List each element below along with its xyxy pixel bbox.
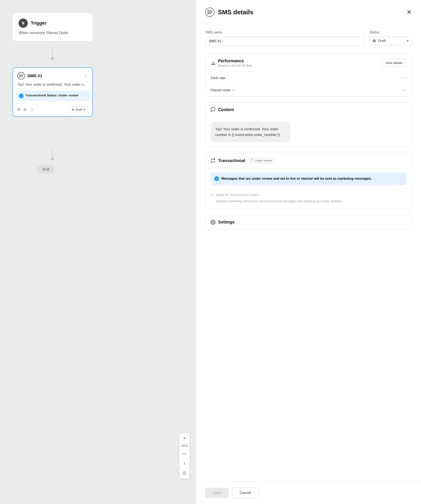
panel-chat-icon — [207, 10, 212, 15]
content-chat-icon — [210, 107, 216, 112]
draft-status-dot — [72, 108, 74, 111]
email-icon: ✉ — [17, 107, 20, 112]
under-review-badge: Under review — [248, 158, 275, 163]
under-review-label: Under review — [255, 159, 272, 162]
sms-name-label: SMS name — [205, 30, 365, 34]
svg-point-1 — [20, 75, 21, 76]
panel-footer: Save Cancel — [196, 481, 421, 504]
draft-chevron-icon: ▾ — [84, 108, 85, 112]
info-icon-small: i — [19, 94, 24, 98]
info-icon-large: i — [214, 176, 219, 181]
zoom-percent-display: 100% — [179, 443, 189, 449]
svg-point-3 — [210, 12, 210, 12]
status-chevron-icon: ▾ — [407, 39, 409, 43]
sms-node-title: SMS #1 — [27, 73, 42, 78]
moon-icon: ☽ — [30, 107, 33, 112]
svg-point-0 — [21, 75, 21, 76]
spinner-icon — [251, 159, 253, 162]
transactional-status-text: Transactional Status: Under review — [26, 93, 78, 97]
connector-dot-2 — [51, 158, 54, 160]
settings-title: Settings — [218, 220, 235, 225]
transactional-icon — [210, 158, 216, 163]
chat-icon — [19, 74, 23, 78]
trigger-title: Trigger — [31, 20, 47, 26]
apply-checkbox-icon: ✓ — [210, 192, 214, 197]
status-value: Draft — [378, 39, 386, 43]
attachment-icon: ⊘ — [23, 107, 27, 112]
trigger-subtitle: When someone Placed Order — [18, 31, 87, 35]
status-dropdown[interactable]: Draft ▾ — [370, 36, 412, 45]
sms-draft-badge[interactable]: Draft ▾ — [69, 106, 88, 113]
performance-subtitle: Based on the last 30 days — [218, 64, 252, 67]
click-rate-label: Click rate — [210, 76, 225, 80]
draft-label: Draft — [75, 108, 82, 111]
placed-order-row: Placed order ✏ — — [205, 84, 412, 96]
canvas-area: Trigger When someone Placed Order SMS #1… — [0, 0, 196, 504]
sms-node[interactable]: SMS #1 ⋮ Yay! Your order is confirmed. Y… — [13, 67, 93, 117]
svg-point-5 — [210, 12, 211, 12]
cancel-button[interactable]: Cancel — [232, 488, 259, 498]
apply-transactional-section: ✓ Apply for transactional status. Bypass… — [205, 189, 412, 209]
performance-title: Performance — [218, 59, 252, 63]
panel-title: SMS details — [218, 9, 253, 16]
connector-dot-1 — [51, 57, 54, 60]
bolt-icon — [21, 21, 25, 25]
settings-gear-icon — [210, 220, 216, 225]
sms-node-menu-button[interactable]: ⋮ — [83, 73, 88, 78]
transactional-info-text: Messages that are under review and set t… — [222, 176, 372, 181]
chart-icon — [210, 60, 216, 66]
sms-node-footer-icons: ✉ ⊘ ☽ — [17, 107, 33, 112]
svg-point-4 — [209, 12, 209, 12]
zoom-grid-button[interactable]: ⠿ — [179, 469, 189, 479]
trigger-node: Trigger When someone Placed Order — [13, 13, 93, 41]
sms-transactional-banner: i Transactional Status: Under review — [16, 90, 89, 101]
transactional-info-banner: i Messages that are under review and set… — [210, 172, 406, 185]
sms-node-icon — [17, 72, 25, 79]
performance-header: Performance Based on the last 30 days Vi… — [205, 54, 412, 72]
svg-point-2 — [22, 75, 22, 76]
sms-details-panel: SMS details ✕ SMS name Status Draft ▾ — [196, 0, 421, 504]
connector-line-1 — [52, 46, 53, 59]
placed-order-label-group: Placed order ✏ — [210, 88, 235, 92]
pencil-icon: ✏ — [232, 88, 235, 92]
content-title: Content — [218, 107, 234, 112]
zoom-in-button[interactable]: + — [179, 433, 189, 443]
save-button: Save — [205, 488, 229, 498]
content-body: Yay! Your order is confirmed. Your order… — [205, 117, 412, 147]
trigger-icon — [18, 18, 28, 28]
apply-transactional-label: Apply for transactional status. — [216, 193, 260, 197]
content-card: Content Yay! Your order is confirmed. Yo… — [205, 102, 412, 147]
apply-transactional-description: Bypass marketing consent for non-promoti… — [210, 199, 406, 204]
zoom-controls: + 100% — ↑ ⠿ — [179, 433, 189, 479]
svg-point-10 — [212, 222, 214, 223]
transactional-header: Transactional Under review — [205, 153, 412, 168]
settings-header: Settings — [205, 215, 412, 229]
status-label: Status — [370, 30, 412, 34]
transactional-card: Transactional Under review i Messages th… — [205, 153, 412, 209]
zoom-fit-button[interactable]: ↑ — [179, 459, 189, 469]
form-row: SMS name Status Draft ▾ — [205, 30, 412, 46]
zoom-out-button[interactable]: — — [179, 449, 189, 459]
end-node: End — [37, 165, 55, 174]
settings-card: Settings — [205, 215, 412, 230]
message-bubble: Yay! Your order is confirmed. Your order… — [210, 122, 290, 142]
status-field-group: Status Draft ▾ — [370, 30, 412, 46]
view-details-button[interactable]: View details — [382, 59, 406, 67]
sms-name-input[interactable] — [205, 36, 365, 46]
panel-header: SMS details ✕ — [196, 0, 421, 23]
panel-sms-icon — [205, 8, 215, 17]
close-button[interactable]: ✕ — [406, 9, 412, 15]
click-rate-row: Click rate — — [205, 72, 412, 84]
placed-order-label: Placed order — [210, 88, 231, 92]
status-dot-icon — [373, 39, 376, 42]
sms-node-body: Yay! Your order is confirmed. Your order… — [13, 83, 92, 90]
click-rate-value: — — [403, 76, 406, 80]
performance-card: Performance Based on the last 30 days Vi… — [205, 54, 412, 96]
connector-line-2 — [52, 147, 53, 159]
transactional-title: Transactional — [218, 158, 245, 163]
placed-order-value: — — [403, 88, 406, 92]
sms-name-field-group: SMS name — [205, 30, 365, 46]
content-header: Content — [205, 102, 412, 117]
